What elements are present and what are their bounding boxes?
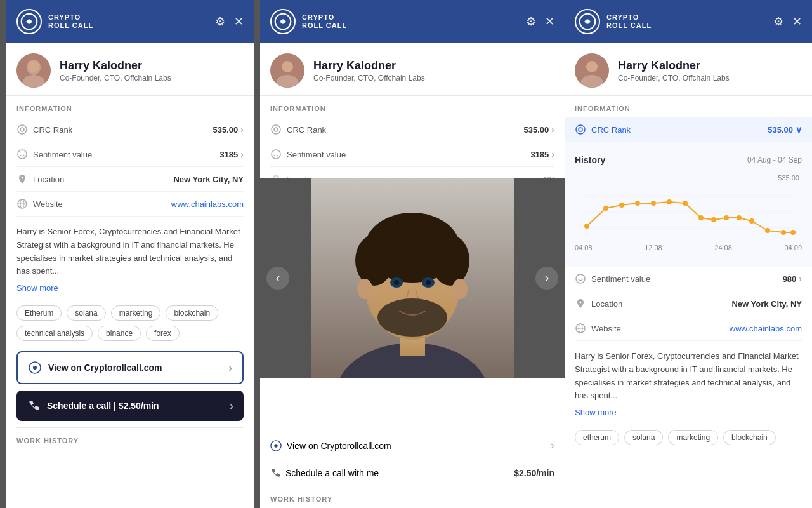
chart-x-labels: 04.08 12.08 24.08 04.09 bbox=[575, 243, 802, 258]
user-title-3: Co-Founder, CTO, Offchain Labs bbox=[618, 74, 730, 83]
settings-icon-3[interactable]: ⚙ bbox=[773, 15, 783, 29]
header-icons-2: ⚙ ✕ bbox=[526, 15, 554, 29]
chart-top-value: 535.00 bbox=[575, 174, 802, 183]
view-chevron-1: › bbox=[228, 361, 232, 375]
logo-text-1: CRyPTO ROLL CALL bbox=[48, 13, 93, 30]
sentiment-icon-1 bbox=[16, 149, 28, 160]
website-row-1[interactable]: Website www.chainlabs.com bbox=[16, 192, 244, 217]
svg-point-63 bbox=[790, 230, 796, 235]
history-title: History bbox=[575, 155, 605, 165]
svg-point-34 bbox=[394, 280, 399, 285]
user-name-1: Harry Kalodner bbox=[60, 59, 171, 72]
location-row-3: Location New York City, NY bbox=[575, 291, 802, 316]
show-more-1[interactable]: Show more bbox=[16, 283, 58, 300]
tag-blockchain-1[interactable]: blockchain bbox=[166, 305, 218, 321]
user-name-2: Harry Kalodner bbox=[313, 59, 425, 72]
crc-rank-row-3[interactable]: CRC Rank 535.00 ∨ bbox=[565, 117, 812, 142]
svg-point-51 bbox=[619, 203, 624, 208]
rank-chart bbox=[575, 183, 802, 240]
image-nav-right[interactable]: › bbox=[535, 267, 558, 290]
svg-point-42 bbox=[586, 61, 598, 72]
settings-icon-2[interactable]: ⚙ bbox=[526, 15, 536, 29]
tag-technical-1[interactable]: technical analysis bbox=[16, 326, 93, 341]
history-header: History 04 Aug - 04 Sep bbox=[575, 149, 802, 168]
tag-solana-3[interactable]: solana bbox=[624, 430, 663, 445]
person-image-overlay: ‹ › bbox=[260, 178, 565, 378]
svg-point-7 bbox=[20, 128, 24, 131]
tag-solana-1[interactable]: solana bbox=[67, 305, 105, 321]
sentiment-chevron-1: › bbox=[240, 149, 244, 159]
svg-point-20 bbox=[274, 128, 278, 131]
crc-rank-row-2[interactable]: CRC Rank 535.00 › bbox=[270, 117, 554, 142]
tag-etherum-3[interactable]: etherum bbox=[575, 430, 619, 445]
website-icon-3 bbox=[575, 323, 586, 334]
work-history-label-2: WORK HISTORY bbox=[270, 486, 554, 508]
panel-3: CRyPTO ROLL CALL ⚙ ✕ Harry Kalodner Co-F… bbox=[565, 0, 812, 508]
image-nav-left[interactable]: ‹ bbox=[266, 267, 289, 290]
logo-icon-3 bbox=[575, 9, 600, 34]
svg-point-53 bbox=[651, 201, 656, 206]
crc-rank-row-1[interactable]: CRC Rank 535.00 › bbox=[16, 117, 244, 142]
website-row-3[interactable]: Website www.chainlabs.com bbox=[575, 316, 802, 341]
svg-point-1 bbox=[27, 20, 32, 24]
sentiment-row-1[interactable]: Sentiment value 3185 › bbox=[16, 142, 244, 167]
svg-point-29 bbox=[371, 216, 454, 260]
sentiment-row-3[interactable]: Sentiment value 980 › bbox=[575, 267, 802, 291]
svg-point-35 bbox=[426, 280, 431, 285]
user-info-3: Harry Kalodner Co-Founder, CTO, Offchain… bbox=[618, 59, 730, 83]
svg-point-56 bbox=[698, 215, 704, 220]
crc-rank-chevron-1: › bbox=[240, 124, 244, 135]
svg-point-49 bbox=[584, 224, 589, 229]
user-profile-1: Harry Kalodner Co-Founder, CTO, Offchain… bbox=[6, 43, 254, 96]
svg-point-59 bbox=[737, 215, 742, 220]
website-icon-1 bbox=[16, 198, 28, 210]
logo-icon-1 bbox=[16, 9, 42, 34]
tag-marketing-3[interactable]: marketing bbox=[668, 430, 718, 445]
panel-1: CRyPTO ROLL CALL ⚙ ✕ Harry Kalodner Co-F… bbox=[6, 0, 254, 508]
location-row-1: Location New York City, NY bbox=[16, 167, 244, 192]
rank-icon-2 bbox=[270, 124, 282, 135]
avatar-2 bbox=[270, 53, 304, 88]
logo-2: CRyPTO ROLL CALL bbox=[270, 9, 347, 34]
svg-point-6 bbox=[18, 125, 27, 134]
tag-etherum-1[interactable]: Etherum bbox=[16, 305, 62, 321]
svg-point-50 bbox=[603, 206, 608, 211]
user-info-1: Harry Kalodner Co-Founder, CTO, Offchain… bbox=[60, 59, 171, 83]
bio-3: Harry is Senior Forex, Cryptocurrencies … bbox=[575, 341, 802, 406]
tags-3: etherum solana marketing blockchain bbox=[575, 425, 802, 455]
svg-point-61 bbox=[765, 228, 770, 233]
close-icon-2[interactable]: ✕ bbox=[545, 15, 554, 29]
settings-icon-1[interactable]: ⚙ bbox=[215, 15, 225, 29]
sentiment-chevron-3: › bbox=[799, 274, 802, 284]
svg-point-38 bbox=[274, 444, 277, 447]
tag-marketing-1[interactable]: marketing bbox=[111, 305, 161, 321]
close-icon-1[interactable]: ✕ bbox=[234, 15, 244, 29]
schedule-row-2[interactable]: Schedule a call with me $2.50/min bbox=[270, 460, 554, 486]
avatar-3 bbox=[575, 53, 609, 88]
schedule-button-1[interactable]: Schedule a call | $2.50/min › bbox=[16, 391, 244, 421]
bio-1: Harry is Senior Forex, Cryptocurrencies … bbox=[16, 217, 244, 282]
view-row-2[interactable]: View on Cryptorollcall.com › bbox=[270, 431, 554, 460]
svg-point-21 bbox=[272, 150, 280, 159]
svg-point-36 bbox=[377, 298, 447, 337]
svg-point-31 bbox=[452, 279, 468, 299]
show-more-3[interactable]: Show more bbox=[575, 408, 617, 425]
svg-point-17 bbox=[282, 61, 293, 72]
svg-point-30 bbox=[357, 279, 372, 299]
tag-blockchain-3[interactable]: blockchain bbox=[723, 430, 776, 445]
info-label-1: INFORMATION bbox=[16, 96, 244, 117]
panel-2-bottom: View on Cryptorollcall.com › Schedule a … bbox=[260, 431, 565, 508]
tag-binance-1[interactable]: binance bbox=[98, 326, 141, 341]
svg-point-5 bbox=[28, 61, 39, 72]
close-icon-3[interactable]: ✕ bbox=[792, 15, 802, 29]
logo-1: CRyPTO ROLL CALL bbox=[16, 9, 93, 34]
logo-icon-2 bbox=[270, 9, 296, 34]
svg-point-44 bbox=[576, 125, 585, 134]
sentiment-icon-2 bbox=[270, 149, 282, 160]
rank-icon-3 bbox=[575, 124, 586, 135]
sentiment-row-2[interactable]: Sentiment value 3185 › bbox=[270, 142, 554, 167]
panel-1-header: CRyPTO ROLL CALL ⚙ ✕ bbox=[6, 0, 254, 43]
tag-forex-1[interactable]: forex bbox=[146, 326, 180, 341]
view-button-1[interactable]: View on Cryptorollcall.com › bbox=[16, 351, 244, 384]
svg-point-64 bbox=[576, 274, 585, 283]
